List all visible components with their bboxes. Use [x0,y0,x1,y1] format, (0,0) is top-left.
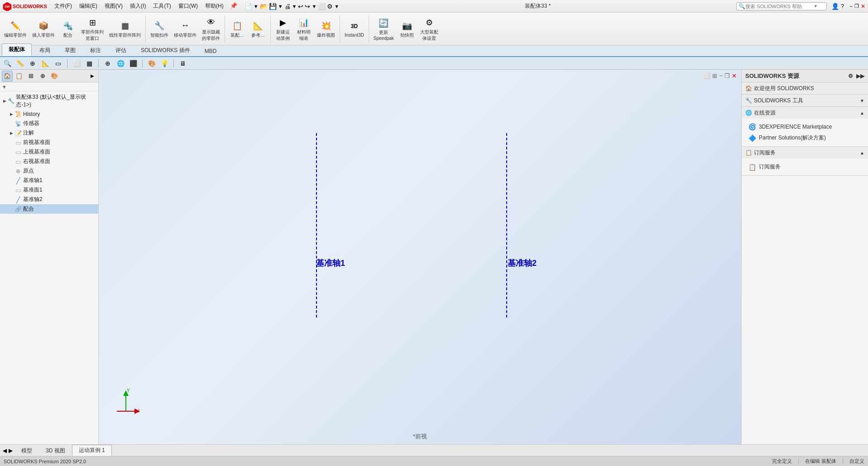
viewport-restore[interactable]: ❐ [724,72,730,79]
tab-3dview[interactable]: 3D 视图 [39,445,72,456]
tab-layout[interactable]: 布局 [33,44,57,56]
cmd-render2-icon[interactable]: 💡 [160,59,169,68]
qa-save-dropdown[interactable]: ▼ [278,4,283,9]
toolbar-assembly[interactable]: 📋 装配… [227,18,247,40]
toolbar-mate[interactable]: 🔩 配合 [58,18,78,40]
cmd-measure-icon[interactable]: 📏 [15,59,24,68]
help-icon[interactable]: ? [841,3,844,10]
toolbar-smart-fastener[interactable]: 🔧 智能扣件 [148,18,171,40]
qa-new[interactable]: 📄 [245,3,252,10]
toolbar-show-hide[interactable]: 👁 显示隐藏的零部件 [200,15,222,43]
qa-open[interactable]: 📂 [260,3,268,10]
section-online-header[interactable]: 🌐 在线资源 ▲ [742,107,868,119]
tree-sensors[interactable]: 📡 传感器 [0,119,98,128]
qa-options[interactable]: ⚙ [327,3,333,10]
viewport-minimize[interactable]: − [719,72,723,79]
tree-plane1[interactable]: ▭ 基准面1 [0,185,98,195]
section-tools-header[interactable]: 🔧 SOLIDWORKS 工具 ▼ [742,95,868,106]
right-panel-collapse-icon[interactable]: ▶▶ [856,73,864,79]
tree-axis2[interactable]: ╱ 基准轴2 [0,195,98,204]
menu-window[interactable]: 窗口(W) [175,1,201,11]
menu-tools[interactable]: 工具(T) [149,1,174,11]
toolbar-instant3d[interactable]: 3D Instant3D [342,19,366,39]
viewport-maximize[interactable]: ⬜ [703,72,710,79]
qa-more-dropdown[interactable]: ▼ [312,4,317,9]
cmd-view3-icon[interactable]: ⬛ [129,59,138,68]
tree-origin[interactable]: ⊕ 原点 [0,166,98,176]
panel-tab-dimxpert[interactable]: ⊕ [37,71,48,82]
header-close-btn[interactable]: ✕ [861,3,865,10]
toolbar-reference[interactable]: 📐 参考… [248,18,268,40]
tab-sw-addins[interactable]: SOLIDWORKS 插件 [134,44,197,56]
cmd-plane-icon[interactable]: ▭ [53,59,62,68]
bottom-back-btn[interactable]: ◀ [3,447,7,454]
tree-top-plane[interactable]: ▭ 上视基准面 [0,147,98,157]
cmd-view1-icon[interactable]: ⊕ [103,59,112,68]
menu-edit[interactable]: 编辑(E) [76,1,101,11]
menu-file[interactable]: 文件(F) [51,1,76,11]
qa-redo[interactable]: ↪ [305,3,310,10]
tree-root-assembly[interactable]: ▶ 🔧 装配体33 (默认<默认_显示状态-1>) [0,92,98,110]
search-bar[interactable]: 🔍 ▼ [736,2,827,10]
status-customize[interactable]: 自定义 [849,458,864,465]
qa-print-dropdown[interactable]: ▼ [292,4,297,9]
section-welcome-header[interactable]: 🏠 欢迎使用 SOLIDWORKS [742,82,868,94]
section-subscription-header[interactable]: 📋 订阅服务 ▲ [742,147,868,159]
bottom-forward-btn[interactable]: ▶ [9,447,13,454]
panel-expand-arrow[interactable]: ▶ [88,72,96,80]
menu-pin[interactable]: 📌 [227,1,240,11]
toolbar-snapshot[interactable]: 📷 拍快照 [397,18,417,40]
search-dropdown[interactable]: ▼ [813,4,818,9]
qa-print[interactable]: 🖨 [284,3,291,10]
tab-mbd[interactable]: MBD [198,46,224,56]
toolbar-insert-part[interactable]: 📦 插入零部件 [30,18,57,40]
tree-axis1[interactable]: ╱ 基准轴1 [0,176,98,185]
user-icon[interactable]: 👤 [831,3,839,10]
tree-mates[interactable]: 🔗 配合 [0,204,98,214]
panel-tab-display[interactable]: 🎨 [49,71,60,82]
cmd-view2-icon[interactable]: 🌐 [116,59,125,68]
qa-new-dropdown[interactable]: ▼ [254,4,259,9]
tab-model[interactable]: 模型 [14,445,39,456]
3d-viewport[interactable]: 基准轴1 基准轴2 Y X *前 [99,70,741,444]
tree-right-plane[interactable]: ▭ 右视基准面 [0,157,98,166]
toolbar-new-motion[interactable]: ▶ 新建运动算例 [273,15,293,43]
viewport-tile[interactable]: ⊞ [712,72,717,79]
toolbar-move-component[interactable]: ↔ 移动零部件 [172,18,199,40]
tree-history[interactable]: ▶ 📜 History [0,110,98,119]
resource-3dexperience[interactable]: 🌀 3DEXPERIENCE Marketplace [745,121,864,132]
cmd-screen-icon[interactable]: 🖥 [178,59,187,68]
cmd-display2-icon[interactable]: ▦ [85,59,94,68]
qa-select[interactable]: ⬜ [318,3,326,10]
toolbar-bom[interactable]: 📊 材料明细表 [294,15,314,43]
right-panel-settings-icon[interactable]: ⚙ [846,73,854,79]
tab-sketch[interactable]: 草图 [58,44,82,56]
header-restore-btn[interactable]: ❐ [854,3,859,9]
cmd-render1-icon[interactable]: 🎨 [147,59,156,68]
filter-icon[interactable]: ▼ [2,84,7,90]
resource-subscribe[interactable]: 📋 订阅服务 [745,161,864,173]
search-input[interactable] [745,4,813,9]
qa-options-dropdown[interactable]: ▼ [334,4,339,9]
panel-tab-feature[interactable]: 🏠 [2,71,13,82]
tree-annotations[interactable]: ▶ 📝 注解 [0,128,98,138]
tab-motion[interactable]: 运动算例 1 [72,445,112,456]
toolbar-component-array-preview[interactable]: ⊞ 零部件阵列览窗口 [79,15,106,43]
header-minus-btn[interactable]: − [849,3,853,10]
tab-annotation[interactable]: 标注 [83,44,108,56]
qa-undo[interactable]: ↩ [298,3,303,10]
viewport-close[interactable]: ✕ [732,72,737,79]
toolbar-edit-part[interactable]: ✏️ 编辑零部件 [2,18,29,40]
toolbar-explode[interactable]: 💥 爆炸视图 [315,18,337,40]
toolbar-speedpak[interactable]: 🔄 更新Speedpak [371,15,396,42]
tab-evaluate[interactable]: 评估 [109,44,133,56]
cmd-display1-icon[interactable]: ⬜ [72,59,81,68]
toolbar-linear-array[interactable]: ▦ 线性零部件阵列 [107,18,143,40]
cmd-dim-icon[interactable]: 📐 [41,59,50,68]
menu-help[interactable]: 帮助(H) [201,1,227,11]
panel-tab-property[interactable]: 📋 [14,71,24,82]
panel-tab-config[interactable]: ⊞ [25,71,36,82]
tab-assembly[interactable]: 装配体 [2,43,32,56]
tree-front-plane[interactable]: ▭ 前视基准面 [0,138,98,147]
cmd-select-icon[interactable]: 🔍 [3,59,12,68]
